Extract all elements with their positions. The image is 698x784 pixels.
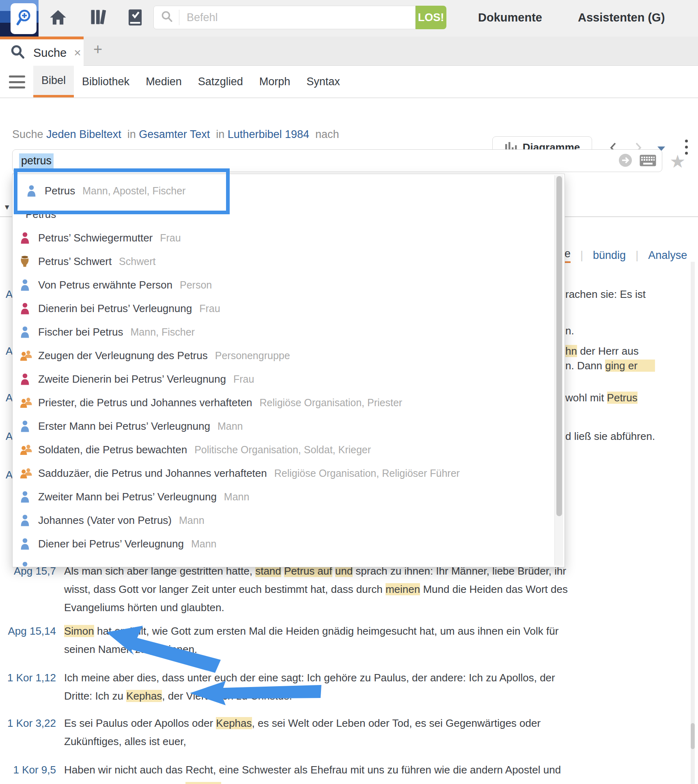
tab-suche[interactable]: Suche × xyxy=(0,37,84,66)
verse-text: Ich meine aber dies, dass unter euch der… xyxy=(64,672,555,684)
tab-bibliothek[interactable]: Bibliothek xyxy=(74,66,138,97)
autocomplete-item[interactable]: Priester, die Petrus und Johannes verhaf… xyxy=(13,391,564,414)
tab-morph[interactable]: Morph xyxy=(251,66,299,97)
autocomplete-item[interactable]: Zweiter Mann bei Petrus’ VerleugnungMann xyxy=(13,485,564,508)
autocomplete-item[interactable]: Zweite Dienerin bei Petrus’ VerleugnungF… xyxy=(13,367,564,391)
autocomplete-item[interactable]: Dienerin bei Petrus’ VerleugnungFrau xyxy=(13,297,564,320)
search-scope-line: Suche Jeden Bibeltext in Gesamter Text i… xyxy=(12,128,339,141)
verse-reference-link[interactable]: Apg 15,14 xyxy=(0,622,64,659)
autocomplete-item[interactable]: Petrus’ SchwertSchwert xyxy=(13,250,564,273)
verse-text-block: Haben wir nicht auch das Recht, eine Sch… xyxy=(64,761,698,784)
submit-arrow-icon[interactable] xyxy=(618,153,632,169)
scope-resource-link[interactable]: Lutherbibel 1984 xyxy=(228,128,309,140)
verse-text-line: Ich meine aber dies, dass unter euch der… xyxy=(64,669,698,687)
autocomplete-item-meta: Frau xyxy=(160,232,181,244)
verse-text-line: Es sei Paulus oder Apollos oder Kephas, … xyxy=(64,714,698,732)
autocomplete-item[interactable]: Von Petrus erwähnte PersonPerson xyxy=(13,273,564,297)
autocomplete-item-label: Dienerin bei Petrus’ Verleugnung xyxy=(38,302,192,315)
autocomplete-item[interactable]: Diener bei Petrus’ VerleugnungMann xyxy=(13,532,564,556)
scrollbar-thumb[interactable] xyxy=(556,176,562,516)
tab-label: Suche xyxy=(33,46,67,60)
view-tab-buendig[interactable]: bündig xyxy=(593,249,626,262)
verse-text-line: Zukünftiges, alles ist euer, xyxy=(64,732,698,751)
person-icon xyxy=(20,232,32,244)
verse-text-fragment: wohl mit Petrus xyxy=(565,390,638,405)
result-row: Apg 15,7Als man sich aber lange gestritt… xyxy=(0,562,698,617)
verse-text: wisst, dass Gott vor langer Zeit unter e… xyxy=(64,583,386,595)
menu-icon[interactable] xyxy=(9,75,25,88)
search-hit-highlight: Kephas xyxy=(126,690,162,702)
command-placeholder: Befehl xyxy=(187,11,218,24)
top-bar: Befehl LOS! Dokumente Assistenten (G) xyxy=(0,0,698,37)
tab-medien[interactable]: Medien xyxy=(138,66,190,97)
notes-book-check-icon[interactable] xyxy=(127,9,143,28)
verse-text: Mund die Heiden das Wort des xyxy=(420,583,568,595)
autocomplete-item-label: Petrus’ Schwert xyxy=(38,255,112,268)
dropdown-scrollbar[interactable] xyxy=(554,175,563,566)
menu-dokumente[interactable]: Dokumente xyxy=(478,11,542,24)
result-row: Apg 15,14Simon hat erzählt, wie Gott zum… xyxy=(0,622,698,659)
command-box[interactable]: Befehl xyxy=(153,6,416,29)
scope-range-link[interactable]: Gesamter Text xyxy=(139,128,210,140)
verse-text: Evangeliums hörten und glaubten. xyxy=(64,601,224,614)
person-icon xyxy=(20,303,32,314)
divider xyxy=(179,10,179,25)
verse-text: d ließ sie abführen. xyxy=(565,430,655,442)
scope-prefix: Suche xyxy=(12,128,46,140)
person-icon xyxy=(20,420,32,432)
autocomplete-item[interactable] xyxy=(13,556,564,567)
verse-text: ? xyxy=(221,782,227,784)
new-tab-button[interactable]: + xyxy=(93,41,102,58)
person-icon xyxy=(20,373,32,385)
autocomplete-item[interactable]: Zeugen der Verleugnung des PetrusPersone… xyxy=(13,344,564,367)
autocomplete-item[interactable]: Erster Mann bei Petrus’ VerleugnungMann xyxy=(13,414,564,438)
autocomplete-item[interactable]: Soldaten, die Petrus bewachtenPolitische… xyxy=(13,438,564,461)
tab-syntax[interactable]: Syntax xyxy=(298,66,348,97)
verse-text: rachen sie: Es ist xyxy=(565,288,646,300)
verse-text: n. Dann xyxy=(565,360,605,372)
autocomplete-item[interactable]: Johannes (Vater von Petrus)Mann xyxy=(13,508,564,532)
home-icon[interactable] xyxy=(50,9,67,27)
logos-app-logo[interactable] xyxy=(0,0,39,37)
app-window: Befehl LOS! Dokumente Assistenten (G) Su… xyxy=(0,0,698,784)
annotation-highlight-box xyxy=(14,168,230,214)
keyboard-icon[interactable] xyxy=(640,155,656,168)
collapse-arrow-icon[interactable]: ▾ xyxy=(5,202,9,212)
verse-reference-link[interactable]: Apg 15,7 xyxy=(0,562,64,617)
scope-target-link[interactable]: Jeden Bibeltext xyxy=(46,128,121,140)
close-icon[interactable]: × xyxy=(74,46,81,60)
verse-text: der Herr aus xyxy=(577,345,639,357)
autocomplete-item-meta: Person xyxy=(180,279,212,291)
page-scrollbar[interactable] xyxy=(691,262,695,784)
autocomplete-item[interactable]: Petrus’ SchwiegermutterFrau xyxy=(13,226,564,250)
verse-text-block: Es sei Paulus oder Apollos oder Kephas, … xyxy=(64,714,698,751)
person-icon xyxy=(20,562,32,568)
verse-reference-link[interactable]: 1 Kor 9,5 xyxy=(0,761,64,784)
verse-text: n. xyxy=(565,325,574,337)
autocomplete-item-label: Priester, die Petrus und Johannes verhaf… xyxy=(38,396,252,409)
scrollbar-thumb[interactable] xyxy=(691,723,695,749)
favorite-star-icon[interactable]: ★ xyxy=(670,151,685,172)
tab-strip: Suche × + xyxy=(0,37,698,66)
verse-text: , der Vierte: Ich zu Christus. xyxy=(162,690,292,702)
go-button[interactable]: LOS! xyxy=(416,6,446,29)
group-icon xyxy=(20,397,32,408)
autocomplete-item[interactable]: Sadduzäer, die Petrus und Johannes verha… xyxy=(13,461,564,485)
verse-reference-link[interactable]: 1 Kor 1,12 xyxy=(0,669,64,705)
view-tab-active-partial[interactable]: e xyxy=(564,248,571,263)
verse-text-line: Haben wir nicht auch das Recht, eine Sch… xyxy=(64,761,698,779)
verse-text-fragment: hn der Herr aus xyxy=(565,344,639,358)
view-tab-analyse[interactable]: Analyse xyxy=(648,249,687,262)
verse-text-line: Dritte: Ich zu Kephas, der Vierte: Ich z… xyxy=(64,687,698,705)
tab-satzglied[interactable]: Satzglied xyxy=(190,66,251,97)
scope-in: in xyxy=(121,128,139,140)
tab-bibel[interactable]: Bibel xyxy=(33,66,74,97)
search-hit-highlight: Petrus xyxy=(607,392,638,404)
menu-assistenten[interactable]: Assistenten (G) xyxy=(578,11,665,24)
person-icon xyxy=(20,515,32,526)
autocomplete-item[interactable]: Fischer bei PetrusMann, Fischer xyxy=(13,320,564,344)
autocomplete-item-meta: Frau xyxy=(199,303,220,314)
verse-text: Es sei Paulus oder Apollos oder xyxy=(64,717,216,729)
verse-reference-link[interactable]: 1 Kor 3,22 xyxy=(0,714,64,751)
library-icon[interactable] xyxy=(89,9,107,27)
